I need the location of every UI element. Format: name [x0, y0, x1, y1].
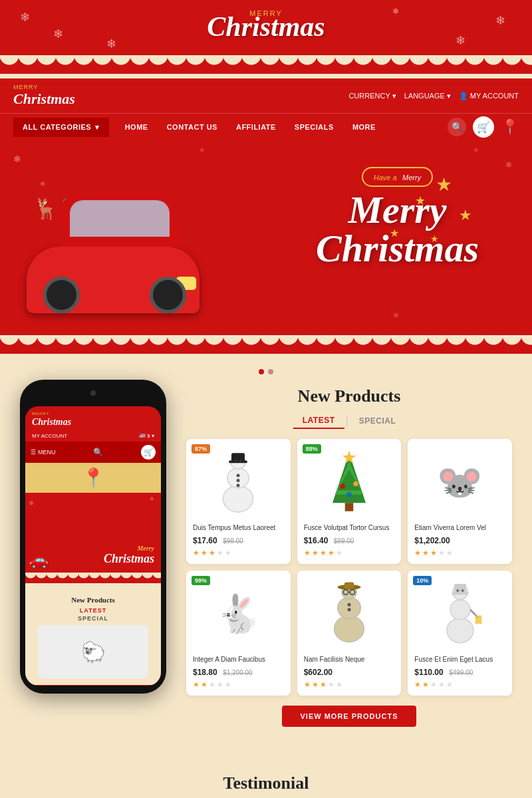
star-empty-icon: ★	[225, 549, 231, 557]
product-price-old: $499.00	[449, 669, 473, 676]
phone-tab-special[interactable]: SPECIAL	[78, 615, 108, 622]
search-button[interactable]: 🔍	[448, 118, 466, 136]
navbar: ALL CATEGORIES ▾ HOME CONTACT US AFFILIA…	[0, 113, 532, 140]
svg-point-8	[237, 479, 240, 482]
testimonial-section: Testimonial "Nor is there anyone who lov…	[0, 760, 532, 798]
phone-search-icon[interactable]: 🔍	[93, 448, 103, 457]
car-illustration: 🦌 🐻 🎅 ⛄	[20, 180, 219, 327]
hero-snowflake-icon: ❄	[505, 160, 512, 170]
phone-logo-small: MERRY	[32, 412, 71, 416]
phone-product-image: 🐑	[38, 625, 148, 678]
car-wheel-left	[43, 277, 80, 313]
nav-more[interactable]: MORE	[343, 118, 385, 136]
phone-np-title: New Products	[32, 596, 154, 604]
product-emoji: 🐭	[437, 461, 483, 504]
product-price: $110.00	[414, 668, 443, 677]
car-body	[27, 247, 200, 313]
phone-hero: ❄ ❄ 🚗 Merry Christmas	[25, 493, 161, 579]
phone-snowflake-icon: ❄	[29, 499, 34, 507]
all-categories-button[interactable]: ALL CATEGORIES ▾	[13, 118, 109, 137]
hero-section: ❄ ❄ ❄ ❄ ❄ ❄ ★ ★ ★ ★ ★ 🦌 🐻 🎅 ⛄	[0, 140, 532, 340]
car-window	[70, 200, 170, 237]
phone-header: MERRY Christmas	[25, 406, 161, 430]
product-stars: ★ ★ ★ ★ ★	[193, 549, 284, 557]
account-link[interactable]: 👤 MY ACCOUNT	[459, 92, 519, 100]
hero-snowflake-icon: ❄	[13, 154, 21, 164]
product-card[interactable]: Nam Facilisis Neque $602.00 ★ ★ ★ ★ ★	[297, 571, 402, 696]
product-price: $602.00	[304, 668, 332, 677]
dot-inactive[interactable]	[268, 369, 273, 374]
hamburger-icon: ☰	[31, 449, 36, 456]
view-more-button[interactable]: VIEW MORE PRODUCTS	[282, 706, 417, 727]
currency-chevron-icon: ▾	[392, 92, 396, 100]
phone-tab-latest[interactable]: LATEST	[80, 607, 106, 614]
star-empty-icon: ★	[336, 680, 342, 689]
snowflake-icon: ❄	[495, 13, 505, 28]
location-pin-icon[interactable]: 📍	[501, 118, 519, 136]
star-filled-icon: ★	[320, 549, 327, 557]
phone-hero-text: Merry Christmas	[104, 545, 154, 566]
cart-button[interactable]: 🛒	[473, 116, 494, 138]
star-filled-icon: ★	[304, 549, 311, 557]
svg-point-0	[223, 485, 253, 512]
phone-menu-button[interactable]: ☰ MENU	[31, 449, 56, 456]
phone-new-products: New Products LATEST SPECIAL 🐑	[25, 589, 161, 685]
phone-mockup: MERRY Christmas MY ACCOUNT 🇺🇸 $ ▾ ☰ MENU	[20, 380, 173, 740]
product-stars: ★ ★ ★ ★ ★	[304, 549, 395, 557]
snowflake-icon: ❄	[20, 10, 30, 25]
currency-label: CURRENCY	[348, 92, 390, 100]
product-card[interactable]: 10%	[408, 571, 512, 696]
tab-divider: |	[346, 415, 348, 427]
nav-specials[interactable]: SPECIALS	[285, 118, 343, 136]
star-empty-icon: ★	[209, 680, 215, 689]
carousel-dots	[0, 360, 532, 380]
product-image	[304, 577, 395, 650]
tab-special[interactable]: SPECIAL	[350, 414, 406, 428]
testimonial-title: Testimonial	[40, 773, 492, 793]
store-header: MERRY Christmas CURRENCY ▾ LANGUAGE ▾ 👤 …	[0, 78, 532, 113]
product-price: $18.80	[193, 668, 217, 677]
tab-latest[interactable]: LATEST	[293, 413, 344, 429]
product-pricing: $602.00	[304, 666, 395, 678]
product-pricing: $110.00 $499.00	[414, 666, 505, 678]
phone-cart-icon[interactable]: 🛒	[141, 445, 156, 460]
dot-active[interactable]	[259, 369, 264, 374]
phone-account-row: MY ACCOUNT 🇺🇸 $ ▾	[25, 430, 161, 442]
product-card[interactable]: 87%	[186, 439, 291, 564]
currency-selector[interactable]: CURRENCY ▾	[348, 92, 396, 100]
car-wheel-right	[150, 277, 186, 313]
language-label: LANGUAGE	[404, 92, 445, 100]
product-badge: 10%	[413, 576, 432, 585]
phone-logo-wrap: MERRY Christmas	[32, 412, 71, 428]
star-filled-icon: ★	[193, 680, 200, 689]
store-logo[interactable]: MERRY Christmas	[13, 84, 75, 108]
product-card[interactable]: 88%	[297, 439, 402, 564]
product-name: Fusce Et Enim Eget Lacus	[414, 656, 505, 663]
hero-snowflake-icon: ❄	[200, 147, 205, 154]
banner-subtitle: MERRY	[249, 9, 283, 17]
star-empty-icon: ★	[446, 549, 453, 557]
svg-rect-32	[452, 593, 468, 595]
product-card[interactable]: 99% 🐇 Integer A Diam Faucibus $18.80 $1,…	[186, 571, 291, 696]
phone-logo: Christmas	[32, 417, 71, 427]
nav-contact[interactable]: CONTACT US	[158, 118, 227, 136]
language-selector[interactable]: LANGUAGE ▾	[404, 92, 451, 100]
new-products-title: New Products	[186, 386, 512, 406]
nav-home[interactable]: HOME	[116, 118, 158, 136]
svg-point-5	[235, 460, 237, 462]
product-card[interactable]: 🐭 Etiam Viverra Lorem Vel $1,202.00 ★ ★ …	[408, 439, 512, 564]
star-filled-icon: ★	[414, 549, 421, 557]
phone-flags: 🇺🇸 $ ▾	[139, 433, 154, 439]
hero-title-line1: Merry	[316, 191, 479, 229]
star-filled-icon: ★	[422, 680, 429, 689]
phone-car-icon: 🚗	[29, 551, 49, 569]
reindeer-icon: 🦌	[33, 197, 58, 220]
product-pricing: $1,202.00	[414, 534, 505, 546]
hero-title-line2: Christmas	[316, 229, 479, 268]
nav-affiliate[interactable]: AFFILIATE	[227, 118, 285, 136]
account-icon: 👤	[459, 92, 468, 100]
logo-small: MERRY	[13, 84, 75, 90]
phone-hero-merry-small: Merry	[104, 545, 154, 552]
star-empty-icon: ★	[225, 680, 231, 689]
phone-menu-label: MENU	[38, 449, 56, 456]
